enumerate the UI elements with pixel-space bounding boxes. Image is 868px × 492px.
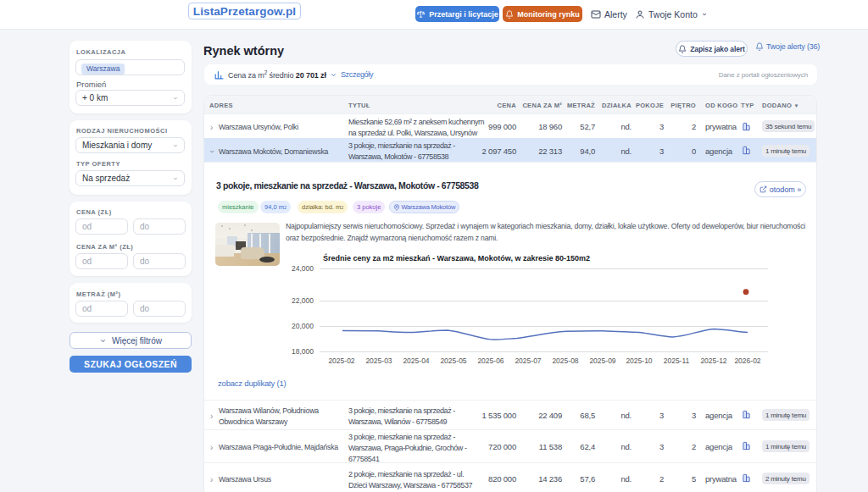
svg-text:2025-03: 2025-03 [365,357,392,365]
svg-text:24,000: 24,000 [292,264,314,273]
svg-text:2026-02: 2026-02 [734,357,760,365]
svg-text:2025-08: 2025-08 [552,357,578,365]
svg-text:2025-12: 2025-12 [700,357,726,365]
svg-text:2025-04: 2025-04 [403,357,429,365]
svg-text:2025-09: 2025-09 [589,357,615,365]
svg-text:2025-05: 2025-05 [440,357,466,365]
svg-text:18,000: 18,000 [292,347,314,356]
svg-text:2025-06: 2025-06 [477,357,504,365]
svg-text:2025-10: 2025-10 [626,357,652,365]
svg-text:20,000: 20,000 [292,322,314,330]
svg-text:2025-07: 2025-07 [515,357,541,365]
svg-text:Średnie ceny za m2 mieszkań -: Średnie ceny za m2 mieszkań - Warszawa, … [323,253,590,263]
svg-text:2025-11: 2025-11 [664,357,690,365]
svg-text:22,000: 22,000 [292,296,314,305]
svg-text:2025-02: 2025-02 [328,357,354,365]
